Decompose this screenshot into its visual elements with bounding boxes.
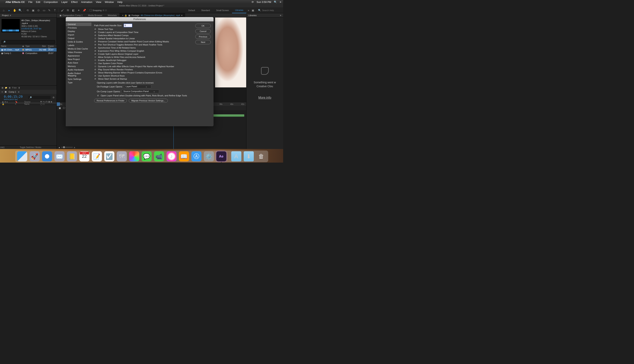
cancel-button[interactable]: Cancel (195, 29, 211, 34)
dock-messages[interactable]: 💬 (142, 151, 152, 162)
timeline-tab-label[interactable]: Comp 1 (9, 91, 16, 93)
menu-layer[interactable]: Layer (61, 0, 68, 4)
prefs-checkbox[interactable] (94, 62, 96, 64)
clone-tool-icon[interactable]: ⧉ (66, 8, 70, 12)
prefs-section-autosave[interactable]: Auto-Save (66, 61, 91, 64)
dock-maps[interactable]: 🗺 (117, 151, 127, 162)
status-icon[interactable]: ⟳ (252, 0, 254, 4)
dock-safari[interactable] (42, 151, 52, 162)
reveal-prefs-button[interactable]: Reveal Preferences in Finder (94, 99, 127, 102)
menu-edit[interactable]: Edit (36, 0, 40, 4)
prefs-checkbox[interactable] (94, 78, 96, 80)
selection-tool-icon[interactable]: ▸ (7, 8, 11, 12)
prefs-section-video-preview[interactable]: Video Preview (66, 50, 91, 54)
panel-menu-icon[interactable]: ≡ (18, 91, 19, 93)
prefs-section-display[interactable]: Display (66, 30, 91, 33)
more-info-link[interactable]: More info (258, 96, 271, 100)
panel-menu-icon[interactable]: ≡ (181, 14, 182, 16)
prefs-section-memory[interactable]: Memory (66, 64, 91, 68)
shape-tool-icon[interactable]: ▭ (42, 8, 46, 12)
label-swatch[interactable] (22, 52, 24, 54)
prefs-checkbox[interactable] (94, 40, 96, 43)
roto-tool-icon[interactable]: ✦ (77, 8, 81, 12)
col-framerate[interactable]: Frame Ra... (47, 45, 57, 48)
pan-behind-tool-icon[interactable]: ⊙ (36, 8, 41, 12)
previous-button[interactable]: Previous (195, 34, 211, 39)
camera-tool-icon[interactable]: ▣ (31, 8, 35, 12)
pen-tool-icon[interactable]: ✎ (47, 8, 52, 12)
lock-icon[interactable]: 🔒 (124, 14, 127, 17)
dock-finder[interactable] (17, 151, 27, 162)
home-icon[interactable]: ⌂ (2, 8, 6, 12)
prefs-section-appearance[interactable]: Appearance (66, 54, 91, 58)
snap-opt2-icon[interactable]: ⊡ (105, 9, 107, 12)
dock-after-effects[interactable]: Ae (216, 151, 226, 162)
menu-view[interactable]: View (96, 0, 101, 4)
source-name-col[interactable]: Source Name (24, 101, 35, 105)
dock-itunes[interactable]: ♪ (166, 151, 177, 162)
tab-media-browser[interactable]: Media Browser (85, 13, 105, 18)
new-comp-icon[interactable]: ▣ (9, 87, 11, 89)
viewer-opt-icon[interactable]: ▣ (59, 107, 61, 109)
mb-icon[interactable]: ⊡ (3, 146, 5, 148)
project-panel-tab[interactable]: Project ≡ (0, 13, 57, 18)
prefs-section-import[interactable]: Import (66, 33, 91, 36)
path-size-input[interactable] (124, 24, 132, 27)
workspace-overflow-icon[interactable]: » (246, 8, 251, 12)
rotate-tool-icon[interactable]: ⟲ (26, 8, 30, 12)
menu-composition[interactable]: Composition (44, 0, 58, 4)
frame-blend-icon[interactable]: ⧉ (2, 146, 3, 148)
trash-icon[interactable]: 🗑 (18, 87, 20, 89)
prefs-section-grids[interactable]: Grids & Guides (66, 40, 91, 44)
av-toggles[interactable]: ◉ ◔ ● 🔒 (2, 101, 9, 105)
dock-applications-folder[interactable]: A (231, 151, 241, 162)
prefs-checkbox[interactable] (94, 28, 96, 30)
dock-launchpad[interactable]: 🚀 (30, 151, 40, 162)
workspace-libraries[interactable]: Libraries (232, 8, 246, 13)
menu-help[interactable]: Help (117, 0, 123, 4)
tab-footage[interactable]: × 🔒 ▦ Footage 4K-Chimei-inn-60mbps (4ksa… (119, 13, 185, 18)
eraser-tool-icon[interactable]: ◧ (71, 8, 75, 12)
prefs-checkbox[interactable] (94, 68, 96, 71)
footage-layer-select[interactable]: Layer Panel ⌄ (124, 85, 151, 88)
prefs-section-media-cache[interactable]: Media & Disk Cache (66, 47, 91, 50)
shy-icon[interactable]: ⊙ (0, 146, 2, 148)
asset-title[interactable]: 4K-Chim...0mbps (4ksamples) .mp4 ▾ (21, 19, 55, 25)
zoom-in-icon[interactable]: ▵ (74, 146, 75, 148)
dock-appstore[interactable]: Ⓐ (191, 151, 201, 162)
prefs-checkbox[interactable] (94, 46, 96, 49)
dock-contacts[interactable]: 📒 (67, 151, 77, 162)
close-tab-icon[interactable]: × (2, 91, 3, 93)
prefs-checkbox[interactable] (94, 72, 96, 74)
zoom-slider[interactable] (61, 147, 73, 148)
ok-button[interactable]: OK (195, 24, 211, 28)
prefs-section-audio-output[interactable]: Audio Output Mapping (66, 72, 91, 77)
zoom-tool-icon[interactable]: 🔍 (18, 8, 22, 12)
prefs-checkbox[interactable] (94, 31, 96, 34)
libraries-panel-tab[interactable]: Libraries ≡ (246, 13, 283, 18)
snapping-checkbox[interactable] (90, 9, 92, 11)
prefs-section-previews[interactable]: Previews (66, 26, 91, 30)
prefs-section-general[interactable]: General (66, 22, 91, 26)
close-tab-icon[interactable]: × (122, 14, 123, 16)
project-row-footage[interactable]: ▦ 4K-Chim... .mp4 MPEG 252 MB 29.97 (0, 48, 57, 52)
tab-footage-link[interactable]: 4K-Chimei-inn-60mbps (4ksamples) .mp4 (141, 14, 180, 16)
prefs-section-sync[interactable]: Sync Settings (66, 77, 91, 81)
snap-opt-icon[interactable]: ⊞ (102, 9, 104, 12)
menu-window[interactable]: Window (105, 0, 114, 4)
current-timecode[interactable]: 0;00;15;29 (2, 94, 25, 98)
project-search-input[interactable]: 🔎 (2, 40, 55, 44)
search-help-input[interactable] (262, 9, 282, 12)
workspace-default[interactable]: Default (185, 8, 198, 13)
prefs-checkbox[interactable] (94, 37, 96, 40)
col-label[interactable]: ◆ (21, 45, 24, 48)
toggle-switches-button[interactable]: Toggle Switches / Modes (5, 146, 57, 148)
bpc-toggle[interactable]: 8 bpc (12, 87, 17, 89)
hand-tool-icon[interactable]: ✋ (13, 8, 17, 12)
workspace-smallscreen[interactable]: Small Screen (213, 8, 232, 13)
dock-ibooks[interactable]: 📖 (179, 151, 189, 162)
tab-metadata[interactable]: Metadata (105, 13, 119, 18)
migrate-settings-button[interactable]: Migrate Previous Version Settings... (129, 99, 168, 102)
brush-tool-icon[interactable]: 🖌 (60, 8, 65, 12)
col-size[interactable]: Size (38, 45, 47, 48)
